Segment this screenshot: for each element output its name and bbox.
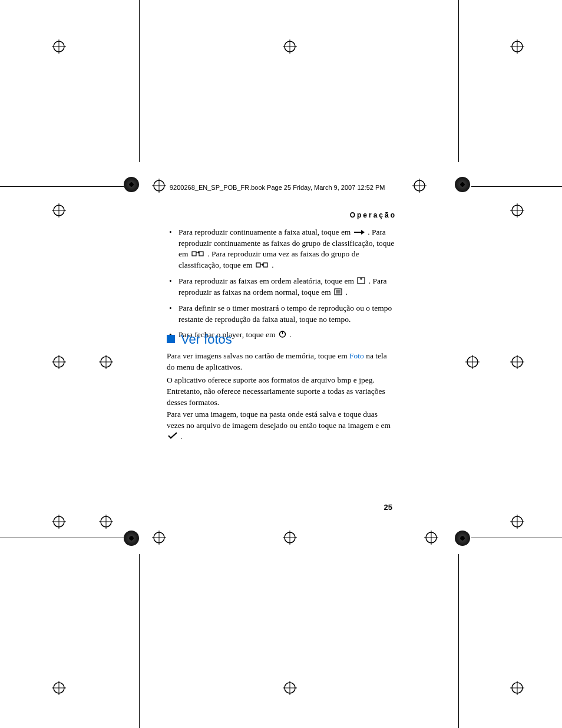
bullet-text: Para definir se o timer mostrará o tempo… [178,304,392,323]
registration-mark-icon [424,531,438,545]
registration-mark-icon [52,355,66,369]
print-header: 9200268_EN_SP_POB_FR.book Page 25 Friday… [170,184,417,191]
crop-line [471,186,562,187]
svg-marker-61 [361,230,365,235]
registration-solid-icon [124,531,139,546]
heading-square-icon [167,335,175,343]
body-paragraph: O aplicativo oferece suporte aos formato… [167,375,396,409]
list-item: Para reproduzir continuamente a faixa at… [167,227,396,271]
svg-rect-66 [263,263,267,267]
registration-mark-icon [510,39,524,54]
crop-line [458,554,459,728]
running-header: Operação [167,211,396,219]
checkmark-icon [168,431,177,443]
registration-solid-icon [455,531,470,546]
page-number: 25 [384,503,392,512]
registration-mark-icon [510,515,524,529]
paragraph-text: . [180,432,182,441]
paragraph-text: Para ver uma imagem, toque na pasta onde… [167,410,391,430]
registration-mark-icon [510,203,524,218]
repeat-group-icon [191,249,204,260]
svg-rect-62 [192,252,196,256]
power-icon [279,330,286,341]
bullet-text: Para reproduzir as faixas em ordem aleat… [178,276,356,285]
arrow-right-icon [354,228,365,238]
body-paragraph: Para ver imagens salvas no cartão de mem… [167,351,396,373]
play-once-group-icon [256,261,269,271]
registration-mark-icon [152,531,166,545]
heading-text: Ver fotos [181,332,232,347]
crop-line [139,554,140,728]
foto-link[interactable]: Foto [349,351,364,360]
svg-rect-63 [199,252,203,256]
registration-mark-icon [99,355,113,369]
shuffle-icon [357,276,365,287]
normal-order-icon [334,288,342,298]
paragraph-text: Para ver imagens salvas no cartão de mem… [167,351,349,360]
registration-mark-icon [510,355,524,369]
bullet-text: . [345,288,347,297]
registration-solid-icon [124,177,139,192]
svg-rect-65 [256,263,260,267]
bullet-text: . [272,261,273,269]
body-paragraph: Para ver uma imagem, toque na pasta onde… [167,409,396,443]
registration-mark-icon [152,179,166,193]
crop-line [0,538,124,538]
registration-mark-icon [52,515,66,529]
bullet-text: Para reproduzir continuamente a faixa at… [178,228,353,236]
crop-line [458,0,459,162]
list-item: Para definir se o timer mostrará o tempo… [167,303,396,324]
registration-mark-icon [52,203,66,218]
registration-mark-icon [510,681,524,695]
registration-mark-icon [283,39,297,54]
bullet-text: . [289,330,291,339]
list-item: Para reproduzir as faixas em ordem aleat… [167,276,396,298]
registration-solid-icon [455,177,470,192]
section-heading: Ver fotos [167,332,232,347]
registration-mark-icon [99,515,113,529]
registration-mark-icon [52,39,66,54]
registration-mark-icon [465,355,480,369]
bullet-text: . Para reproduzir uma vez as faixas do g… [178,249,359,269]
bullet-list: Para reproduzir continuamente a faixa at… [167,227,396,345]
crop-line [0,186,124,187]
crop-line [139,0,140,162]
registration-mark-icon [283,531,297,545]
registration-mark-icon [283,681,297,695]
registration-mark-icon [52,681,66,695]
crop-line [471,538,562,538]
